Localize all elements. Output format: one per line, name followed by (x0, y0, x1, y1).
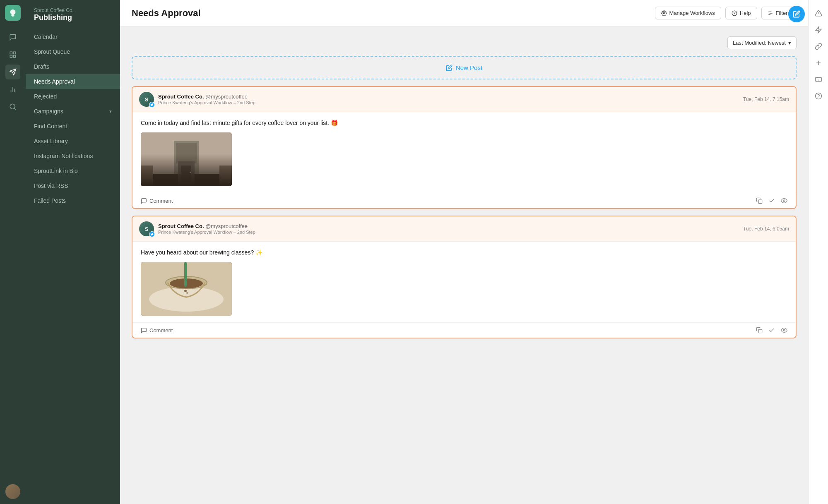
post-card-header: S Sprout Coffee Co. @mysproutcoffee Prin… (132, 216, 796, 242)
sidebar-item-post-via-rss[interactable]: Post via RSS (26, 178, 120, 193)
manage-workflows-label: Manage Workflows (669, 10, 715, 16)
post-card: S Sprout Coffee Co. @mysproutcoffee Prin… (132, 216, 797, 338)
filters-icon (768, 10, 773, 16)
help-icon (732, 10, 737, 16)
brewing-illustration (141, 262, 232, 316)
compose-button[interactable] (788, 6, 805, 22)
svg-rect-2 (14, 55, 16, 58)
post-card-body: Come in today and find last minute gifts… (132, 112, 796, 193)
svg-rect-3 (10, 55, 12, 58)
post-header-left: S Sprout Coffee Co. @mysproutcoffee Prin… (139, 92, 255, 107)
section-title: Publishing (34, 13, 112, 22)
twitter-badge (149, 231, 155, 237)
post-card-footer: Comment (132, 193, 796, 208)
sidebar-label-drafts: Drafts (34, 63, 49, 70)
comment-icon (141, 198, 147, 204)
svg-rect-23 (178, 161, 195, 186)
footer-icons (756, 327, 787, 334)
coffee-shop-illustration (141, 132, 232, 186)
sidebar-item-needs-approval[interactable]: Needs Approval (26, 74, 120, 89)
post-meta: Sprout Coffee Co. @mysproutcoffee Prince… (158, 94, 255, 105)
comment-button[interactable]: Comment (141, 327, 173, 334)
sort-dropdown[interactable]: Last Modified: Newest ▾ (727, 36, 797, 49)
copy-button[interactable] (756, 197, 763, 204)
sidebar-item-sproutlink-in-bio[interactable]: SproutLink in Bio (26, 163, 120, 178)
sidebar-label-sprout-queue: Sprout Queue (34, 48, 70, 55)
sidebar-label-find-content: Find Content (34, 123, 67, 130)
preview-button[interactable] (781, 327, 787, 334)
post-time: Tue, Feb 14, 7:15am (743, 96, 789, 102)
sidebar-label-asset-library: Asset Library (34, 138, 68, 144)
manage-workflows-button[interactable]: Manage Workflows (655, 7, 721, 19)
svg-marker-39 (816, 27, 821, 33)
post-text: Come in today and find last minute gifts… (141, 119, 787, 127)
svg-rect-42 (815, 78, 821, 82)
svg-rect-1 (14, 52, 16, 54)
copy-icon (756, 327, 763, 334)
content-area: Last Modified: Newest ▾ New Post S (120, 26, 808, 504)
keyboard-icon[interactable] (811, 72, 826, 87)
sidebar-item-campaigns[interactable]: Campaigns ▾ (26, 104, 120, 119)
svg-rect-35 (758, 329, 762, 333)
topbar-actions: Manage Workflows Help Filters (655, 7, 797, 19)
eye-icon (781, 197, 787, 204)
copy-icon (756, 197, 763, 204)
comment-button[interactable]: Comment (141, 198, 173, 204)
svg-rect-26 (758, 200, 762, 204)
post-card-header: S Sprout Coffee Co. @mysproutcoffee Prin… (132, 87, 796, 112)
sidebar-item-sprout-queue[interactable]: Sprout Queue (26, 44, 120, 59)
post-header-left: S Sprout Coffee Co. @mysproutcoffee Prin… (139, 221, 255, 236)
zap-icon[interactable] (811, 22, 826, 37)
post-avatar: S (139, 221, 154, 236)
publishing-icon[interactable] (5, 65, 20, 79)
user-avatar[interactable] (5, 484, 20, 499)
sidebar-item-failed-posts[interactable]: Failed Posts (26, 193, 120, 208)
sidebar-item-find-content[interactable]: Find Content (26, 119, 120, 134)
post-time: Tue, Feb 14, 6:05am (743, 226, 789, 232)
post-account-name: Sprout Coffee Co. @mysproutcoffee (158, 223, 255, 229)
sidebar-item-calendar[interactable]: Calendar (26, 29, 120, 44)
sidebar-label-instagram-notifications: Instagram Notifications (34, 153, 93, 159)
twitter-badge (149, 102, 155, 108)
sidebar-label-needs-approval: Needs Approval (34, 78, 75, 85)
post-card: S Sprout Coffee Co. @mysproutcoffee Prin… (132, 86, 797, 209)
copy-button[interactable] (756, 327, 763, 334)
topbar: Needs Approval Manage Workflows Help Fil… (120, 0, 808, 26)
tasks-icon[interactable] (5, 47, 20, 62)
comment-label: Comment (149, 198, 173, 204)
svg-point-27 (783, 200, 785, 202)
sidebar-item-rejected[interactable]: Rejected (26, 89, 120, 104)
approve-button[interactable] (768, 327, 775, 334)
post-workflow: Prince Kwateng's Approval Workflow – 2nd… (158, 230, 255, 235)
sidebar-item-asset-library[interactable]: Asset Library (26, 134, 120, 149)
post-text: Have you heard about our brewing classes… (141, 248, 787, 257)
sidebar-item-drafts[interactable]: Drafts (26, 59, 120, 74)
new-post-button[interactable]: New Post (132, 56, 797, 79)
sidebar-label-rejected: Rejected (34, 93, 57, 100)
help-button[interactable]: Help (725, 7, 757, 19)
link-icon[interactable] (811, 39, 826, 54)
preview-button[interactable] (781, 197, 787, 204)
svg-rect-24 (181, 166, 191, 182)
svg-point-9 (10, 104, 15, 109)
post-meta: Sprout Coffee Co. @mysproutcoffee Prince… (158, 223, 255, 235)
alert-icon[interactable] (811, 6, 826, 21)
sidebar-header: Sprout Coffee Co. Publishing (26, 0, 120, 29)
listening-icon[interactable] (5, 99, 20, 114)
comment-icon (141, 327, 147, 334)
post-image (141, 262, 232, 316)
sidebar-item-instagram-notifications[interactable]: Instagram Notifications (26, 149, 120, 163)
approve-button[interactable] (768, 197, 775, 204)
main-area: Needs Approval Manage Workflows Help Fil… (120, 0, 808, 504)
add-icon[interactable] (811, 55, 826, 70)
analytics-icon[interactable] (5, 82, 20, 97)
compose-icon (446, 65, 453, 71)
compose-pencil-icon (793, 10, 800, 18)
svg-rect-0 (10, 52, 12, 54)
help-label: Help (740, 10, 751, 16)
right-panel (808, 0, 828, 504)
sidebar-label-calendar: Calendar (34, 34, 58, 40)
page-title: Needs Approval (132, 8, 201, 19)
help-circle-icon[interactable] (811, 89, 826, 103)
messages-icon[interactable] (5, 30, 20, 45)
